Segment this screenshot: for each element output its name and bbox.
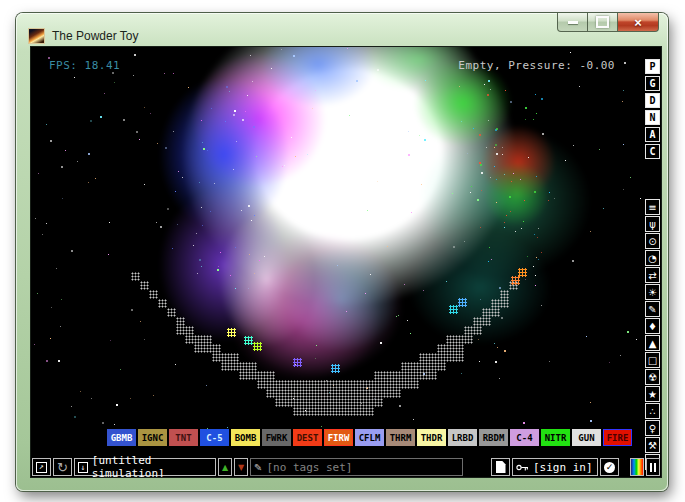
toolbar-right-group: [sign in] ✓ — [491, 458, 660, 476]
open-icon: ↗ — [36, 462, 47, 473]
powder-bowl — [31, 47, 661, 477]
vote-down-icon: ▼ — [238, 463, 244, 472]
app-window: The Powder Toy × FPS: 18.41 Empty, Press… — [16, 13, 668, 491]
star-icon[interactable]: ★ — [645, 386, 660, 402]
element-dest[interactable]: DEST — [293, 429, 322, 446]
sandbox-check-button[interactable]: ✓ — [600, 458, 619, 476]
save-button[interactable]: ↓ [untitled simulation] — [74, 458, 216, 476]
element-firw[interactable]: FIRW — [324, 429, 353, 446]
element-ignc[interactable]: IGNC — [138, 429, 167, 446]
element-lrbd[interactable]: LRBD — [448, 429, 477, 446]
element-cflm[interactable]: CFLM — [355, 429, 384, 446]
fps-counter: FPS: 18.41 — [49, 59, 120, 72]
element-thdr[interactable]: THDR — [417, 429, 446, 446]
display-mode-column: PGDNAC — [645, 59, 660, 159]
maximize-button[interactable] — [588, 13, 617, 32]
minimize-button[interactable] — [557, 13, 588, 32]
new-document-icon — [496, 461, 506, 473]
close-icon: × — [634, 15, 642, 30]
power-icon[interactable]: ⊙ — [645, 233, 660, 249]
close-button[interactable]: × — [617, 13, 659, 32]
element-rbdm[interactable]: RBDM — [479, 429, 508, 446]
wrench-icon[interactable]: ⚒ — [645, 437, 660, 453]
category-column: ≡ψ⊙◔⇄☀✎♦▲□☢★∴♀⚒ — [645, 199, 660, 470]
display-mode-D[interactable]: D — [645, 93, 660, 108]
bottom-toolbar: ↗ ↻ ↓ [untitled simulation] ▲ ▼ ✎ [no ta — [32, 457, 660, 476]
vote-up-button[interactable]: ▲ — [218, 458, 232, 476]
save-icon: ↓ — [78, 462, 88, 473]
display-mode-N[interactable]: N — [645, 110, 660, 125]
element-c-4[interactable]: C-4 — [510, 429, 539, 446]
sign-in-button[interactable]: [sign in] — [512, 458, 598, 476]
element-gun[interactable]: GUN — [572, 429, 601, 446]
plug-icon[interactable]: ψ — [645, 216, 660, 232]
element-palette: GBMBIGNCTNTC-5BOMBFWRKDESTFIRWCFLMTHRMTH… — [107, 429, 632, 446]
key-icon — [516, 463, 529, 472]
menu-icon[interactable]: ≡ — [645, 199, 660, 215]
element-c-5[interactable]: C-5 — [200, 429, 229, 446]
droplet-icon[interactable]: ♦ — [645, 318, 660, 334]
tags-label: [no tags set] — [266, 461, 352, 474]
decoration-rainbow-button[interactable] — [630, 458, 644, 476]
display-mode-G[interactable]: G — [645, 76, 660, 91]
tag-pencil-icon: ✎ — [254, 462, 262, 473]
radioactive-icon[interactable]: ☢ — [645, 369, 660, 385]
display-mode-C[interactable]: C — [645, 144, 660, 159]
pause-icon — [650, 463, 652, 472]
window-title: The Powder Toy — [52, 29, 139, 43]
element-nitr[interactable]: NITR — [541, 429, 570, 446]
status-readout: Empty, Pressure: -0.00 — [458, 59, 615, 72]
tags-button[interactable]: ✎ [no tags set] — [250, 458, 463, 476]
powder-pile-icon[interactable]: ▲ — [645, 335, 660, 351]
titlebar: The Powder Toy — [28, 28, 139, 44]
element-fwrk[interactable]: FWRK — [262, 429, 291, 446]
burst-icon[interactable]: ☀ — [645, 284, 660, 300]
vote-down-button[interactable]: ▼ — [234, 458, 248, 476]
element-bomb[interactable]: BOMB — [231, 429, 260, 446]
element-gbmb[interactable]: GBMB — [107, 429, 136, 446]
vote-up-icon: ▲ — [222, 463, 228, 472]
minimize-icon — [568, 21, 578, 24]
game-client-area: FPS: 18.41 Empty, Pressure: -0.00 PGDNAC… — [30, 46, 662, 478]
element-fire[interactable]: FIRE — [603, 429, 632, 446]
pause-button[interactable] — [646, 458, 660, 476]
save-label: [untitled simulation] — [92, 454, 212, 478]
sign-in-label: [sign in] — [533, 461, 593, 474]
toolbar-left-group: ↗ ↻ ↓ [untitled simulation] ▲ ▼ ✎ [no ta — [32, 458, 463, 476]
element-thrm[interactable]: THRM — [386, 429, 415, 446]
match-icon[interactable]: ✎ — [645, 301, 660, 317]
reload-button[interactable]: ↻ — [53, 458, 72, 476]
dots-icon[interactable]: ∴ — [645, 403, 660, 419]
check-icon: ✓ — [604, 462, 615, 473]
new-simulation-button[interactable] — [491, 458, 510, 476]
app-icon[interactable] — [28, 28, 45, 44]
reload-icon: ↻ — [57, 460, 68, 475]
lamp-icon[interactable]: ♀ — [645, 420, 660, 436]
open-button[interactable]: ↗ — [32, 458, 51, 476]
swap-arrows-icon[interactable]: ⇄ — [645, 267, 660, 283]
maximize-icon — [596, 16, 609, 28]
solid-square-icon[interactable]: □ — [645, 352, 660, 368]
window-controls: × — [557, 13, 659, 32]
display-mode-A[interactable]: A — [645, 127, 660, 142]
display-mode-P[interactable]: P — [645, 59, 660, 74]
gauge-icon[interactable]: ◔ — [645, 250, 660, 266]
element-tnt[interactable]: TNT — [169, 429, 198, 446]
